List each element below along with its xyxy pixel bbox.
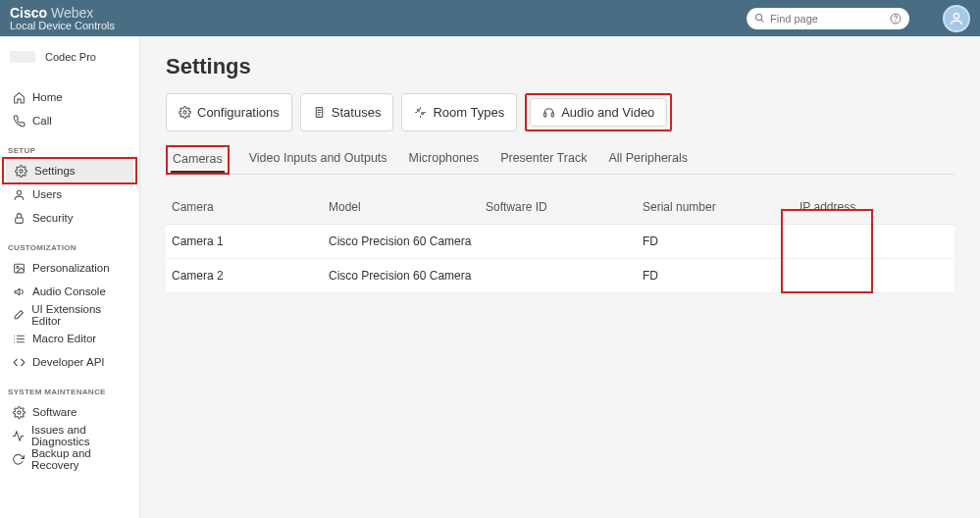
device-row[interactable]: Codec Pro xyxy=(0,36,139,78)
sidebar-item-label: Users xyxy=(32,188,62,200)
device-icon xyxy=(10,51,35,63)
brand: Cisco Webex Local Device Controls xyxy=(10,6,115,31)
sidebar-item-security[interactable]: Security xyxy=(4,206,135,230)
brand-light: Webex xyxy=(51,5,93,21)
pill-row: ConfigurationsStatusesRoom TypesAudio an… xyxy=(166,93,954,131)
sparkle-icon xyxy=(414,106,427,119)
home-icon xyxy=(12,90,26,104)
tab-all-peripherals[interactable]: All Peripherals xyxy=(606,145,690,174)
sidebar-item-software[interactable]: Software xyxy=(4,400,135,424)
lock-icon xyxy=(12,211,26,225)
sidebar-item-settings[interactable]: Settings xyxy=(6,159,133,182)
sidebar-item-label: UI Extensions Editor xyxy=(31,303,128,327)
col-header-software-id: Software ID xyxy=(480,190,637,225)
app-header: Cisco Webex Local Device Controls xyxy=(0,0,980,36)
sidebar: Codec Pro HomeCall SETUPSettingsUsersSec… xyxy=(0,36,140,518)
sidebar-item-label: Audio Console xyxy=(32,285,106,297)
pill-label: Statuses xyxy=(332,105,382,120)
pill-room-types[interactable]: Room Types xyxy=(401,93,517,131)
brand-sub: Local Device Controls xyxy=(10,21,115,31)
main-content: Settings ConfigurationsStatusesRoom Type… xyxy=(140,36,980,518)
sidebar-item-developer-api[interactable]: Developer API xyxy=(4,350,135,374)
svg-point-4 xyxy=(954,13,958,18)
tabs-row: CamerasVideo Inputs and OutputsMicrophon… xyxy=(166,145,954,175)
cell xyxy=(794,225,954,259)
svg-point-23 xyxy=(422,113,424,115)
refresh-icon xyxy=(12,452,25,466)
svg-line-1 xyxy=(761,20,764,23)
pill-statuses[interactable]: Statuses xyxy=(300,93,394,131)
cell: Camera 2 xyxy=(166,259,323,293)
sidebar-item-audio-console[interactable]: Audio Console xyxy=(4,280,135,303)
highlight-box: Settings xyxy=(2,157,137,184)
cell xyxy=(480,225,637,259)
cell xyxy=(480,259,637,293)
sound-icon xyxy=(12,285,26,298)
device-name: Codec Pro xyxy=(45,51,96,63)
tab-cameras[interactable]: Cameras xyxy=(171,148,225,172)
pill-label: Configurations xyxy=(197,105,280,120)
svg-point-3 xyxy=(896,21,897,22)
tab-presenter-track[interactable]: Presenter Track xyxy=(498,145,589,174)
search-input[interactable] xyxy=(770,13,885,25)
highlight-box: Cameras xyxy=(166,145,230,175)
svg-point-17 xyxy=(183,111,186,114)
svg-point-5 xyxy=(19,169,22,172)
cell: FD xyxy=(637,259,794,293)
gear-icon xyxy=(12,405,26,419)
cell: Cisco Precision 60 Camera xyxy=(323,259,480,293)
sidebar-item-users[interactable]: Users xyxy=(4,182,135,206)
tab-microphones[interactable]: Microphones xyxy=(407,145,482,174)
svg-point-16 xyxy=(17,410,20,413)
headset-icon xyxy=(542,106,555,119)
brand-bold: Cisco xyxy=(10,5,47,21)
help-icon[interactable] xyxy=(890,13,902,25)
user-icon xyxy=(12,187,26,201)
col-header-serial-number: Serial number xyxy=(637,190,794,225)
search-icon xyxy=(754,13,765,24)
tab-video-inputs-and-outputs[interactable]: Video Inputs and Outputs xyxy=(247,145,389,174)
gear-icon xyxy=(14,164,27,178)
sidebar-item-macro-editor[interactable]: Macro Editor xyxy=(4,327,135,350)
sidebar-item-label: Issues and Diagnostics xyxy=(31,424,128,447)
cell: Camera 1 xyxy=(166,225,323,259)
col-header-camera: Camera xyxy=(166,190,323,225)
table-row[interactable]: Camera 2Cisco Precision 60 CameraFD xyxy=(166,259,954,293)
image-icon xyxy=(12,261,26,275)
sidebar-item-label: Settings xyxy=(34,165,76,177)
sidebar-item-label: Software xyxy=(32,406,77,418)
pill-configurations[interactable]: Configurations xyxy=(166,93,292,131)
avatar[interactable] xyxy=(943,5,970,32)
sidebar-item-call[interactable]: Call xyxy=(4,109,135,132)
pill-audio-and-video[interactable]: Audio and Video xyxy=(530,98,667,127)
sidebar-item-label: Developer API xyxy=(32,356,105,368)
sidebar-item-issues-and-diagnostics[interactable]: Issues and Diagnostics xyxy=(4,424,135,447)
table-row[interactable]: Camera 1Cisco Precision 60 CameraFD xyxy=(166,225,954,259)
list-icon xyxy=(12,332,26,345)
sidebar-item-personalization[interactable]: Personalization xyxy=(4,256,135,280)
sidebar-item-label: Personalization xyxy=(32,262,110,274)
svg-rect-24 xyxy=(544,113,546,117)
svg-rect-7 xyxy=(15,217,23,222)
cell: Cisco Precision 60 Camera xyxy=(323,225,480,259)
gear-icon xyxy=(179,106,191,119)
col-header-ip-address: IP address xyxy=(794,190,954,225)
pencil-icon xyxy=(12,308,25,322)
pill-label: Room Types xyxy=(433,105,504,120)
sidebar-item-ui-extensions-editor[interactable]: UI Extensions Editor xyxy=(4,303,135,327)
svg-point-22 xyxy=(418,109,420,111)
sidebar-item-label: Macro Editor xyxy=(32,333,96,344)
sidebar-item-label: Security xyxy=(32,212,74,224)
sidebar-item-home[interactable]: Home xyxy=(4,85,135,109)
pulse-icon xyxy=(12,429,25,442)
svg-rect-25 xyxy=(551,113,553,117)
sidebar-item-backup-and-recovery[interactable]: Backup and Recovery xyxy=(4,447,135,471)
sidebar-heading: SYSTEM MAINTENANCE xyxy=(0,382,139,400)
code-icon xyxy=(12,355,26,369)
cameras-table: CameraModelSoftware IDSerial numberIP ad… xyxy=(166,190,954,293)
doc-icon xyxy=(313,106,326,119)
pill-label: Audio and Video xyxy=(561,105,654,120)
search-box[interactable] xyxy=(747,8,909,29)
svg-point-6 xyxy=(17,190,21,194)
sidebar-item-label: Backup and Recovery xyxy=(31,447,128,471)
